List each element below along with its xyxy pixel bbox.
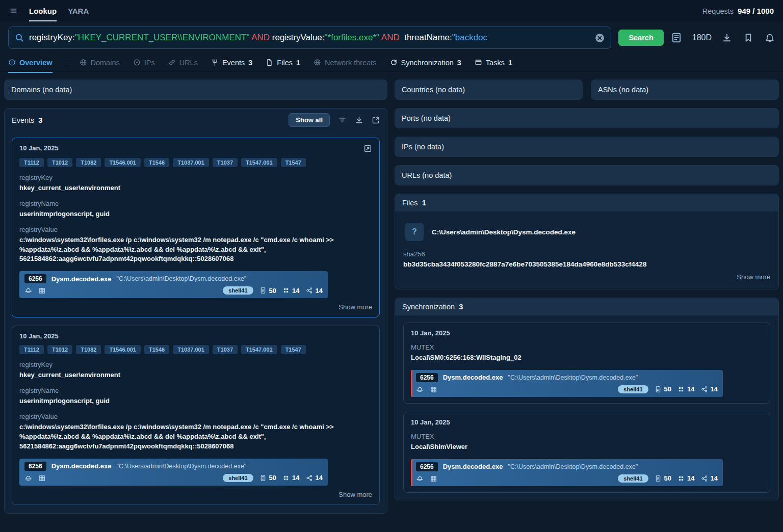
tab-synchronization[interactable]: Synchronization3 bbox=[390, 53, 461, 72]
events-panel-header: Events3 Show all bbox=[5, 109, 387, 131]
mitre-tag[interactable]: T1112 bbox=[19, 158, 44, 167]
events-count: 3 bbox=[38, 116, 42, 124]
field-label: registryKey bbox=[19, 174, 372, 181]
show-all-button[interactable]: Show all bbox=[289, 113, 330, 127]
process-bar[interactable]: 6256 Dysm.decoded.exe "C:\Users\admin\De… bbox=[411, 459, 723, 486]
process-pid: 6256 bbox=[24, 274, 46, 283]
files-panel-header: Files1 bbox=[395, 194, 778, 211]
threat-badge[interactable]: shell41 bbox=[618, 385, 648, 393]
process-bar[interactable]: 6256 Dysm.decoded.exe "C:\Users\admin\De… bbox=[411, 370, 723, 397]
query-report-icon[interactable] bbox=[671, 32, 682, 43]
mitre-tag[interactable]: T1547 bbox=[281, 345, 306, 354]
modules-stat: 14 bbox=[282, 474, 299, 482]
show-more-link[interactable]: Show more bbox=[19, 491, 372, 498]
privilege-icon bbox=[416, 385, 424, 393]
tab-network-threats: Network threats bbox=[314, 53, 377, 72]
requests-counter: Requests949 / 1000 bbox=[702, 7, 774, 15]
mitre-tag[interactable]: T1546.001 bbox=[105, 158, 141, 167]
threat-badge[interactable]: shell41 bbox=[223, 286, 253, 295]
files-title: Files bbox=[402, 199, 418, 207]
open-task-icon[interactable] bbox=[363, 144, 372, 153]
process-bar[interactable]: 6256 Dysm.decoded.exe "C:\Users\admin\De… bbox=[19, 459, 328, 486]
connections-stat: 14 bbox=[306, 474, 323, 482]
search-icon bbox=[15, 33, 24, 42]
download-icon[interactable] bbox=[722, 33, 732, 43]
sync-card[interactable]: 10 Jan, 2025 MUTEX Local\ShimViewer 6256… bbox=[403, 412, 770, 493]
modules-stat: 14 bbox=[282, 287, 299, 295]
connections-stat: 14 bbox=[701, 474, 718, 482]
tab-events[interactable]: Events3 bbox=[211, 53, 252, 72]
open-in-new-icon[interactable] bbox=[372, 116, 380, 124]
mitre-tag[interactable]: T1547.001 bbox=[241, 345, 277, 354]
sync-date: 10 Jan, 2025 bbox=[411, 418, 763, 426]
tab-ips-label: IPs bbox=[144, 59, 155, 67]
mitre-tag[interactable]: T1546 bbox=[144, 345, 169, 354]
mitre-tag[interactable]: T1546.001 bbox=[105, 345, 141, 354]
export-icon[interactable] bbox=[355, 116, 363, 125]
domains-empty-panel: Domains (no data) bbox=[4, 79, 387, 100]
synchronization-list: 10 Jan, 2025 MUTEX Local\SM0:6256:168:Wi… bbox=[395, 315, 778, 500]
mitre-tag[interactable]: T1012 bbox=[47, 158, 72, 167]
tab-tasks[interactable]: Tasks1 bbox=[475, 53, 512, 72]
tab-tasks-count: 1 bbox=[508, 59, 512, 67]
top-bar: Lookup YARA Requests949 / 1000 bbox=[0, 0, 783, 21]
files-panel: Files1 ? C:\Users\admin\Desktop\Dysm.dec… bbox=[395, 194, 779, 289]
tab-files[interactable]: Files1 bbox=[266, 53, 300, 72]
process-name: Dysm.decoded.exe bbox=[51, 275, 112, 283]
sync-type-label: MUTEX bbox=[411, 343, 763, 351]
tab-files-count: 1 bbox=[296, 59, 300, 67]
mitre-tag[interactable]: T1546 bbox=[144, 158, 169, 167]
process-name: Dysm.decoded.exe bbox=[443, 463, 503, 470]
sync-card[interactable]: 10 Jan, 2025 MUTEX Local\SM0:6256:168:Wi… bbox=[403, 323, 770, 404]
file-row[interactable]: ? C:\Users\admin\Desktop\Dysm.decoded.ex… bbox=[403, 220, 770, 243]
menu-icon[interactable] bbox=[9, 7, 18, 15]
search-input[interactable]: registryKey:"HKEY_CURRENT_USER\\ENVIRONM… bbox=[8, 26, 611, 49]
event-card[interactable]: 10 Jan, 2025 T1112 T1012 T1082 T1546.001… bbox=[12, 138, 380, 317]
mitre-tag[interactable]: T1037.001 bbox=[173, 345, 209, 354]
process-name: Dysm.decoded.exe bbox=[51, 462, 112, 470]
tab-overview[interactable]: Overview bbox=[8, 53, 53, 72]
events-title: Events bbox=[12, 116, 34, 124]
field-label: registryName bbox=[19, 387, 372, 394]
event-card[interactable]: 10 Jan, 2025 T1112 T1012 T1082 T1546.001… bbox=[12, 326, 380, 504]
tab-yara[interactable]: YARA bbox=[68, 0, 89, 21]
tab-lookup[interactable]: Lookup bbox=[29, 0, 57, 21]
search-query[interactable]: registryKey:"HKEY_CURRENT_USER\\ENVIRONM… bbox=[29, 33, 590, 43]
show-more-link[interactable]: Show more bbox=[403, 273, 770, 281]
mitre-tag[interactable]: T1547.001 bbox=[241, 158, 277, 167]
process-path: "C:\Users\admin\Desktop\Dysm.decoded.exe… bbox=[116, 463, 246, 470]
bell-icon[interactable] bbox=[765, 33, 775, 43]
mitre-tag[interactable]: T1012 bbox=[47, 345, 72, 354]
query-operator: AND bbox=[249, 33, 272, 42]
ips-empty-panel: IPs (no data) bbox=[395, 137, 779, 157]
tab-domains: Domains bbox=[80, 53, 120, 72]
modules-stat: 14 bbox=[677, 385, 694, 393]
query-value: "*forfiles.exe*" bbox=[325, 33, 380, 42]
requests-value: 949 / 1000 bbox=[738, 7, 774, 15]
connections-stat: 14 bbox=[306, 287, 323, 295]
tab-ips: IPs bbox=[133, 53, 155, 72]
ports-empty-panel: Ports (no data) bbox=[395, 108, 779, 128]
bookmark-icon[interactable] bbox=[743, 33, 753, 43]
filter-icon[interactable] bbox=[338, 116, 347, 125]
mitre-tag[interactable]: T1082 bbox=[76, 345, 101, 354]
time-range-selector[interactable]: 180D bbox=[689, 33, 715, 42]
files-stat: 50 bbox=[259, 287, 276, 295]
threat-badge[interactable]: shell41 bbox=[618, 474, 648, 483]
mitre-tag[interactable]: T1037 bbox=[213, 158, 238, 167]
mitre-tag[interactable]: T1082 bbox=[76, 158, 101, 167]
process-bar[interactable]: 6256 Dysm.decoded.exe "C:\Users\admin\De… bbox=[19, 271, 328, 298]
threat-badge[interactable]: shell41 bbox=[223, 474, 253, 482]
mitre-tag[interactable]: T1547 bbox=[281, 158, 306, 167]
show-more-link[interactable]: Show more bbox=[19, 303, 372, 311]
mitre-tag[interactable]: T1037.001 bbox=[173, 158, 209, 167]
tab-domains-label: Domains bbox=[91, 59, 120, 67]
urls-empty-panel: URLs (no data) bbox=[395, 165, 779, 185]
field-value: c:\windows\system32\forfiles.exe /p c:\w… bbox=[19, 235, 372, 264]
mitre-tag[interactable]: T1037 bbox=[213, 345, 238, 354]
mitre-tag[interactable]: T1112 bbox=[19, 345, 44, 354]
search-button[interactable]: Search bbox=[618, 30, 663, 46]
query-field: threatName: bbox=[402, 33, 452, 42]
clear-search-icon[interactable] bbox=[595, 33, 605, 43]
synchronization-panel-header: Synchronization3 bbox=[395, 298, 778, 315]
